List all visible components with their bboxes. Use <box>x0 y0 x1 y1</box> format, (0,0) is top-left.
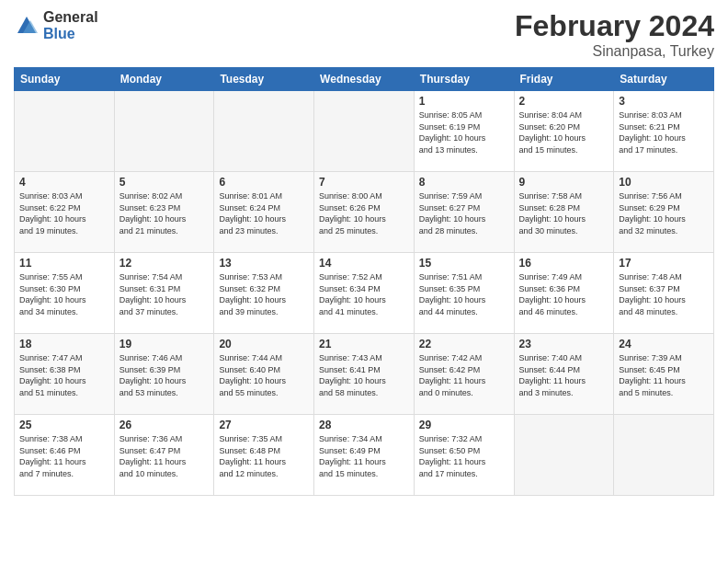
day-number: 18 <box>19 338 109 350</box>
day-cell: 18Sunrise: 7:47 AMSunset: 6:38 PMDayligh… <box>15 334 115 415</box>
day-number: 11 <box>19 257 109 270</box>
day-number: 21 <box>319 338 409 350</box>
day-number: 12 <box>119 257 210 270</box>
day-cell: 16Sunrise: 7:49 AMSunset: 6:36 PMDayligh… <box>514 253 614 334</box>
day-cell: 19Sunrise: 7:46 AMSunset: 6:39 PMDayligh… <box>114 334 214 415</box>
logo-general: General <box>43 9 98 26</box>
day-info: Sunrise: 8:01 AMSunset: 6:24 PMDaylight:… <box>219 190 309 236</box>
day-number: 27 <box>219 419 309 431</box>
day-info: Sunrise: 7:35 AMSunset: 6:48 PMDaylight:… <box>219 433 309 479</box>
day-number: 3 <box>619 95 709 108</box>
day-cell <box>514 415 614 496</box>
calendar-table: SundayMondayTuesdayWednesdayThursdayFrid… <box>14 67 714 496</box>
day-cell: 7Sunrise: 8:00 AMSunset: 6:26 PMDaylight… <box>314 172 415 253</box>
day-number: 13 <box>219 257 309 270</box>
day-info: Sunrise: 7:42 AMSunset: 6:42 PMDaylight:… <box>419 352 509 398</box>
day-info: Sunrise: 8:04 AMSunset: 6:20 PMDaylight:… <box>519 109 609 155</box>
day-number: 6 <box>219 176 309 189</box>
day-info: Sunrise: 8:02 AMSunset: 6:23 PMDaylight:… <box>119 190 210 236</box>
day-cell: 8Sunrise: 7:59 AMSunset: 6:27 PMDaylight… <box>414 172 514 253</box>
day-info: Sunrise: 8:05 AMSunset: 6:19 PMDaylight:… <box>419 109 509 155</box>
day-cell <box>15 91 115 172</box>
day-cell: 28Sunrise: 7:34 AMSunset: 6:49 PMDayligh… <box>314 415 415 496</box>
day-cell: 3Sunrise: 8:03 AMSunset: 6:21 PMDaylight… <box>614 91 714 172</box>
day-info: Sunrise: 7:53 AMSunset: 6:32 PMDaylight:… <box>219 271 309 317</box>
day-info: Sunrise: 7:49 AMSunset: 6:36 PMDaylight:… <box>519 271 609 317</box>
day-info: Sunrise: 7:47 AMSunset: 6:38 PMDaylight:… <box>19 352 109 398</box>
day-cell: 20Sunrise: 7:44 AMSunset: 6:40 PMDayligh… <box>214 334 314 415</box>
day-number: 24 <box>619 338 709 350</box>
day-info: Sunrise: 7:44 AMSunset: 6:40 PMDaylight:… <box>219 352 309 398</box>
day-cell: 29Sunrise: 7:32 AMSunset: 6:50 PMDayligh… <box>414 415 514 496</box>
day-number: 25 <box>19 419 109 431</box>
day-number: 1 <box>419 95 509 108</box>
day-info: Sunrise: 7:36 AMSunset: 6:47 PMDaylight:… <box>119 433 210 479</box>
day-number: 28 <box>319 419 409 431</box>
logo-text: General Blue <box>43 9 98 41</box>
day-cell: 6Sunrise: 8:01 AMSunset: 6:24 PMDaylight… <box>214 172 314 253</box>
day-number: 15 <box>419 257 509 270</box>
day-info: Sunrise: 7:32 AMSunset: 6:50 PMDaylight:… <box>419 433 509 479</box>
day-header-thursday: Thursday <box>414 68 514 91</box>
day-info: Sunrise: 7:40 AMSunset: 6:44 PMDaylight:… <box>519 352 609 398</box>
day-info: Sunrise: 7:56 AMSunset: 6:29 PMDaylight:… <box>619 190 709 236</box>
day-cell <box>614 415 714 496</box>
calendar-header: SundayMondayTuesdayWednesdayThursdayFrid… <box>15 68 714 91</box>
day-number: 14 <box>319 257 409 270</box>
day-number: 22 <box>419 338 509 350</box>
day-cell: 5Sunrise: 8:02 AMSunset: 6:23 PMDaylight… <box>114 172 214 253</box>
day-info: Sunrise: 7:54 AMSunset: 6:31 PMDaylight:… <box>119 271 210 317</box>
day-cell: 21Sunrise: 7:43 AMSunset: 6:41 PMDayligh… <box>314 334 415 415</box>
calendar-page: General Blue February 2024 Sinanpasa, Tu… <box>0 0 728 563</box>
day-cell <box>214 91 314 172</box>
day-cell: 25Sunrise: 7:38 AMSunset: 6:46 PMDayligh… <box>15 415 115 496</box>
day-cell: 12Sunrise: 7:54 AMSunset: 6:31 PMDayligh… <box>114 253 214 334</box>
day-cell: 4Sunrise: 8:03 AMSunset: 6:22 PMDaylight… <box>15 172 115 253</box>
day-info: Sunrise: 7:38 AMSunset: 6:46 PMDaylight:… <box>19 433 109 479</box>
day-header-tuesday: Tuesday <box>214 68 314 91</box>
day-cell: 2Sunrise: 8:04 AMSunset: 6:20 PMDaylight… <box>514 91 614 172</box>
day-number: 5 <box>119 176 210 189</box>
day-header-friday: Friday <box>514 68 614 91</box>
day-info: Sunrise: 8:03 AMSunset: 6:22 PMDaylight:… <box>19 190 109 236</box>
day-number: 9 <box>519 176 609 189</box>
week-row-3: 11Sunrise: 7:55 AMSunset: 6:30 PMDayligh… <box>15 253 714 334</box>
day-info: Sunrise: 7:46 AMSunset: 6:39 PMDaylight:… <box>119 352 210 398</box>
day-cell: 22Sunrise: 7:42 AMSunset: 6:42 PMDayligh… <box>414 334 514 415</box>
day-number: 4 <box>19 176 109 189</box>
day-number: 10 <box>619 176 709 189</box>
day-info: Sunrise: 7:59 AMSunset: 6:27 PMDaylight:… <box>419 190 509 236</box>
day-header-wednesday: Wednesday <box>314 68 415 91</box>
day-cell: 13Sunrise: 7:53 AMSunset: 6:32 PMDayligh… <box>214 253 314 334</box>
day-info: Sunrise: 7:52 AMSunset: 6:34 PMDaylight:… <box>319 271 409 317</box>
day-info: Sunrise: 7:34 AMSunset: 6:49 PMDaylight:… <box>319 433 409 479</box>
day-info: Sunrise: 7:51 AMSunset: 6:35 PMDaylight:… <box>419 271 509 317</box>
title-block: February 2024 Sinanpasa, Turkey <box>515 9 714 60</box>
day-cell: 9Sunrise: 7:58 AMSunset: 6:28 PMDaylight… <box>514 172 614 253</box>
day-cell: 1Sunrise: 8:05 AMSunset: 6:19 PMDaylight… <box>414 91 514 172</box>
day-header-monday: Monday <box>114 68 214 91</box>
day-header-sunday: Sunday <box>15 68 115 91</box>
day-number: 19 <box>119 338 210 350</box>
day-number: 17 <box>619 257 709 270</box>
calendar-subtitle: Sinanpasa, Turkey <box>515 43 714 60</box>
logo-blue: Blue <box>43 26 98 42</box>
logo: General Blue <box>14 9 98 41</box>
day-cell <box>314 91 415 172</box>
day-info: Sunrise: 8:00 AMSunset: 6:26 PMDaylight:… <box>319 190 409 236</box>
day-info: Sunrise: 7:58 AMSunset: 6:28 PMDaylight:… <box>519 190 609 236</box>
day-cell: 23Sunrise: 7:40 AMSunset: 6:44 PMDayligh… <box>514 334 614 415</box>
day-number: 7 <box>319 176 409 189</box>
day-number: 26 <box>119 419 210 431</box>
day-number: 8 <box>419 176 509 189</box>
week-row-2: 4Sunrise: 8:03 AMSunset: 6:22 PMDaylight… <box>15 172 714 253</box>
day-cell: 11Sunrise: 7:55 AMSunset: 6:30 PMDayligh… <box>15 253 115 334</box>
calendar-title: February 2024 <box>515 9 714 43</box>
day-header-saturday: Saturday <box>614 68 714 91</box>
day-number: 2 <box>519 95 609 108</box>
day-cell: 26Sunrise: 7:36 AMSunset: 6:47 PMDayligh… <box>114 415 214 496</box>
day-number: 29 <box>419 419 509 431</box>
day-number: 20 <box>219 338 309 350</box>
day-info: Sunrise: 7:55 AMSunset: 6:30 PMDaylight:… <box>19 271 109 317</box>
day-cell: 10Sunrise: 7:56 AMSunset: 6:29 PMDayligh… <box>614 172 714 253</box>
